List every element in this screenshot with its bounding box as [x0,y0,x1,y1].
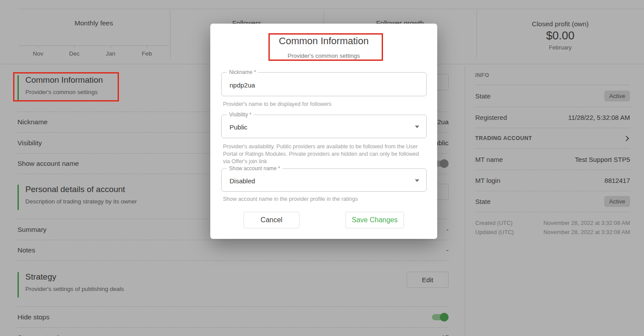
nickname-field-label: Nickname * [227,69,258,75]
cancel-button[interactable]: Cancel [244,212,299,228]
modal-title: Common Information [210,35,437,47]
visibility-select-value: Public [230,123,247,131]
visibility-helper-text: Provider's availability. Public provider… [223,143,422,165]
save-changes-button[interactable]: Save Changes [345,212,404,228]
show-account-name-helper-text: Show account name in the provider profil… [223,196,422,203]
modal-subtitle: Provider's common settings [210,52,437,59]
nickname-field-value: npdp2ua [230,81,255,88]
nickname-helper-text: Provider's name to be displayed for foll… [223,101,422,108]
chevron-down-icon [415,179,419,182]
common-information-modal: Common Information Provider's common set… [210,24,437,239]
provider-settings-screen: Monthly fees Followers Follower growth C… [0,0,644,336]
show-account-name-select[interactable]: Show account name * Disabled [221,168,427,192]
chevron-down-icon [415,126,419,128]
visibility-select[interactable]: Visibility * Public [221,115,427,138]
visibility-select-label: Visibility * [227,112,254,118]
show-account-name-select-label: Show account name * [227,165,282,172]
nickname-field[interactable]: Nickname * npdp2ua [221,72,427,96]
show-account-name-select-value: Disabled [230,177,255,184]
